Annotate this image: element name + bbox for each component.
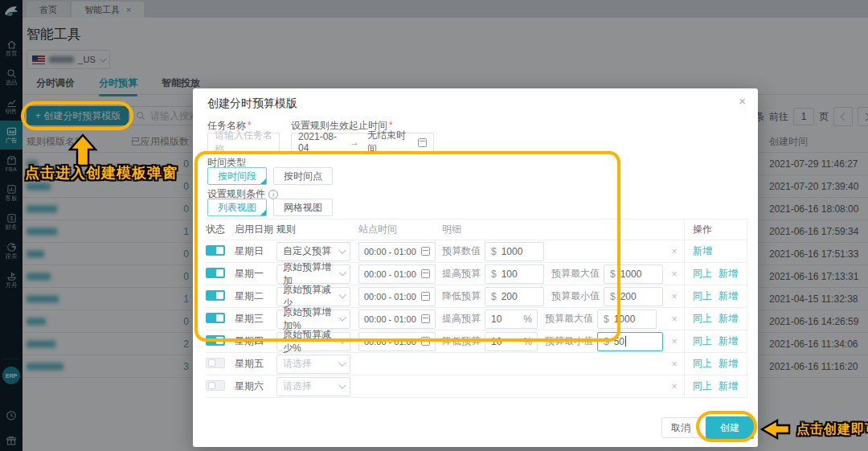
app-window: 首页选品销售Ad广告FBA客服$财务跟卖方舟 ERP 首页智能工具× 智能工具 … bbox=[0, 0, 868, 451]
budget-rule-row: 星期六请选择×同上新增 bbox=[206, 375, 747, 398]
op-link-same-as-above[interactable]: 同上 bbox=[693, 334, 712, 348]
delete-row-icon[interactable]: × bbox=[671, 268, 678, 280]
day-label: 星期六 bbox=[235, 379, 276, 393]
op-link-add[interactable]: 新增 bbox=[719, 334, 738, 348]
op-link-add[interactable]: 新增 bbox=[719, 312, 738, 326]
op-link-same-as-above[interactable]: 同上 bbox=[693, 267, 712, 281]
op-link-add[interactable]: 新增 bbox=[719, 267, 738, 281]
highlight-oval-create-template bbox=[21, 101, 133, 130]
delete-row-icon[interactable]: × bbox=[671, 335, 678, 347]
calendar-icon bbox=[418, 138, 427, 147]
annotation-open-modal: 点击进入创建模板弹窗 bbox=[25, 163, 178, 182]
col-operation: 操作 bbox=[684, 219, 747, 240]
op-link-add[interactable]: 新增 bbox=[693, 244, 712, 258]
annotation-click-create: 点击创建即可 bbox=[796, 421, 868, 438]
op-link-add[interactable]: 新增 bbox=[719, 379, 738, 393]
op-link-same-as-above[interactable]: 同上 bbox=[693, 289, 712, 303]
op-link-add[interactable]: 新增 bbox=[719, 357, 738, 371]
op-link-same-as-above[interactable]: 同上 bbox=[693, 312, 712, 326]
delete-row-icon[interactable]: × bbox=[671, 313, 678, 325]
chevron-down-icon bbox=[338, 359, 346, 367]
chevron-down-icon bbox=[338, 381, 346, 389]
delete-row-icon[interactable]: × bbox=[671, 380, 678, 392]
date-range-picker[interactable]: 2021-08-04 → 无结束时间 bbox=[291, 133, 434, 152]
range-arrow-icon: → bbox=[350, 137, 359, 148]
day-label: 星期五 bbox=[235, 357, 276, 371]
delete-row-icon[interactable]: × bbox=[671, 358, 678, 370]
annotation-arrow-left-icon bbox=[760, 419, 791, 440]
enable-toggle[interactable] bbox=[206, 358, 225, 368]
task-name-input[interactable]: 请输入任务名称 bbox=[207, 133, 280, 152]
close-icon[interactable]: × bbox=[739, 95, 746, 107]
op-link-same-as-above[interactable]: 同上 bbox=[693, 357, 712, 371]
delete-row-icon[interactable]: × bbox=[671, 290, 678, 302]
highlight-rect-rule-settings bbox=[194, 151, 620, 342]
op-link-same-as-above[interactable]: 同上 bbox=[693, 379, 712, 393]
delete-row-icon[interactable]: × bbox=[671, 245, 678, 257]
cancel-button[interactable]: 取消 bbox=[661, 417, 700, 438]
text-cursor bbox=[625, 336, 626, 346]
start-date: 2021-08-04 bbox=[298, 131, 342, 154]
annotation-arrow-up-icon bbox=[68, 133, 98, 167]
enable-toggle[interactable] bbox=[206, 380, 225, 391]
rule-select[interactable]: 请选择 bbox=[276, 355, 350, 374]
rule-select[interactable]: 请选择 bbox=[276, 377, 350, 396]
highlight-oval-create-button bbox=[696, 411, 757, 442]
budget-rule-row: 星期五请选择×同上新增 bbox=[206, 353, 747, 375]
op-link-add[interactable]: 新增 bbox=[719, 289, 738, 303]
modal-title: 创建分时预算模版 bbox=[207, 96, 297, 111]
